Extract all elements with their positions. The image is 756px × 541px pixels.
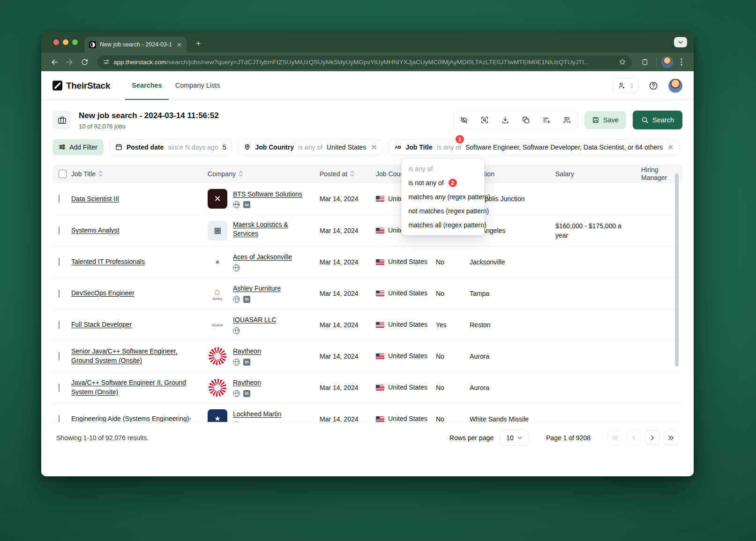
- company-link[interactable]: Lockheed Martin: [233, 410, 282, 418]
- remove-filter-icon[interactable]: [668, 144, 674, 150]
- linkedin-icon[interactable]: in: [243, 359, 250, 366]
- company-link[interactable]: Raytheon: [233, 379, 261, 386]
- back-icon[interactable]: [48, 55, 61, 68]
- user-avatar[interactable]: [668, 79, 682, 93]
- filter-value[interactable]: 5: [223, 143, 226, 151]
- sort-icon[interactable]: [350, 171, 354, 177]
- remove-filter-icon[interactable]: [371, 144, 377, 150]
- job-title-link[interactable]: Full Stack Developer: [71, 321, 132, 328]
- hide-columns-icon[interactable]: [454, 111, 474, 129]
- copy-icon[interactable]: [516, 111, 536, 129]
- download-icon[interactable]: [495, 111, 516, 129]
- previous-page-button[interactable]: [626, 430, 641, 445]
- next-page-button[interactable]: [645, 430, 660, 445]
- row-checkbox[interactable]: [59, 352, 60, 361]
- job-title-link[interactable]: Talented IT Professionals: [71, 258, 145, 265]
- workspace-selector[interactable]: [613, 78, 638, 93]
- column-header-company[interactable]: Company: [208, 170, 320, 178]
- globe-icon[interactable]: [233, 390, 240, 397]
- filter-operator[interactable]: since N days ago: [168, 143, 218, 151]
- rows-per-page-select[interactable]: 10: [499, 430, 529, 446]
- job-title-link[interactable]: Data Scientist III: [71, 195, 119, 203]
- filter-chip-job-country[interactable]: Job Country is any of United States: [238, 139, 383, 155]
- company-link[interactable]: Raytheon: [233, 347, 261, 355]
- filter-value[interactable]: Software Engineer, Software Developer, D…: [465, 143, 663, 151]
- help-button[interactable]: [649, 81, 658, 90]
- company-link[interactable]: Aces of Jacksonville: [233, 253, 292, 261]
- menu-item-matches-any[interactable]: matches any (regex pattern): [402, 190, 484, 204]
- job-title-link[interactable]: Java/C++ Software Engineer II, Ground Sy…: [71, 379, 186, 396]
- row-checkbox[interactable]: [59, 226, 60, 235]
- filter-value[interactable]: United States: [327, 143, 366, 151]
- menu-item-is-any-of[interactable]: is any of: [402, 162, 484, 176]
- scan-search-icon[interactable]: [474, 111, 495, 129]
- column-header-job-title[interactable]: Job Title: [71, 170, 208, 178]
- globe-icon[interactable]: [233, 296, 240, 303]
- browser-profile-avatar[interactable]: [661, 56, 673, 68]
- filter-operator[interactable]: is any of: [298, 143, 322, 151]
- select-all-checkbox[interactable]: [59, 170, 67, 178]
- new-tab-button[interactable]: +: [192, 38, 204, 50]
- company-link[interactable]: Ashley Furniture: [233, 285, 281, 292]
- job-title-link[interactable]: Senior Java/C++ Software Engineer, Groun…: [71, 347, 177, 364]
- bookmark-star-icon[interactable]: [619, 58, 626, 66]
- linkedin-icon[interactable]: in: [243, 390, 250, 397]
- tab-close-icon[interactable]: [175, 41, 183, 48]
- menu-item-matches-all[interactable]: matches all (regex pattern): [402, 218, 484, 232]
- job-title-link[interactable]: Engineering Aide (Systems Engineering)-: [71, 415, 191, 422]
- company-link[interactable]: Maersk Logistics & Services: [233, 221, 288, 238]
- search-button[interactable]: Search: [633, 111, 682, 129]
- filter-operator[interactable]: is any of: [437, 143, 461, 151]
- job-title-link[interactable]: DevSecOps Engineer: [71, 289, 135, 297]
- nav-item-searches[interactable]: Searches: [125, 71, 169, 100]
- menu-item-not-matches[interactable]: not matches (regex pattern): [402, 204, 484, 218]
- company-link[interactable]: BTS Software Solutions: [233, 190, 302, 198]
- site-settings-icon[interactable]: [103, 59, 110, 65]
- first-page-button[interactable]: [607, 430, 622, 445]
- filter-label: Job Title: [405, 143, 432, 151]
- nav-item-company-lists[interactable]: Company Lists: [169, 71, 227, 100]
- maximize-window-button[interactable]: [72, 39, 78, 45]
- linkedin-icon[interactable]: in: [243, 201, 250, 208]
- last-page-button[interactable]: [664, 430, 679, 445]
- linkedin-icon[interactable]: in: [243, 296, 250, 303]
- menu-item-is-not-any-of[interactable]: is not any of2: [402, 176, 484, 190]
- globe-icon[interactable]: [233, 359, 240, 366]
- globe-icon[interactable]: [233, 201, 240, 208]
- row-checkbox[interactable]: [59, 195, 60, 203]
- browser-menu-icon[interactable]: [675, 55, 688, 68]
- column-header-posted-at[interactable]: Posted at: [320, 170, 376, 178]
- company-link[interactable]: IQUASAR LLC: [233, 316, 277, 323]
- add-filter-button[interactable]: Add Filter: [52, 139, 104, 155]
- reload-icon[interactable]: [78, 55, 91, 68]
- job-title-link[interactable]: Systems Analyst: [71, 226, 120, 234]
- extension-icon[interactable]: [638, 55, 651, 68]
- theirstack-logo-icon: [52, 81, 62, 90]
- close-window-button[interactable]: [53, 39, 59, 45]
- job-country-cell: United States: [376, 414, 436, 422]
- globe-icon[interactable]: [233, 327, 240, 334]
- row-checkbox[interactable]: [59, 383, 60, 392]
- sort-icon[interactable]: [98, 171, 103, 177]
- posted-at-cell: Mar 14, 2024: [320, 414, 376, 422]
- row-checkbox[interactable]: [59, 321, 60, 329]
- forward-icon[interactable]: [63, 55, 76, 68]
- tab-search-button[interactable]: [674, 37, 687, 47]
- hiring-managers-icon[interactable]: [557, 111, 577, 129]
- globe-icon[interactable]: [233, 421, 240, 422]
- browser-tab[interactable]: New job search - 2024-03-14: [84, 37, 187, 53]
- column-header-salary[interactable]: Salary: [555, 170, 641, 178]
- row-checkbox[interactable]: [59, 289, 60, 298]
- brand-logo[interactable]: TheirStack: [52, 71, 110, 100]
- minimize-window-button[interactable]: [63, 39, 68, 45]
- filter-chip-job-title[interactable]: 1 AB Job Title is any of Software Engine…: [389, 139, 680, 155]
- table-scrollbar[interactable]: [675, 173, 679, 367]
- save-button[interactable]: Save: [584, 111, 626, 129]
- globe-icon[interactable]: [233, 264, 240, 271]
- row-checkbox[interactable]: [59, 415, 60, 422]
- filter-chip-posted-date[interactable]: Posted date since N days ago 5: [109, 139, 232, 155]
- send-to-list-icon[interactable]: [536, 111, 557, 129]
- sort-icon[interactable]: [239, 171, 243, 177]
- address-bar[interactable]: app.theirstack.com/search/jobs/new?query…: [97, 55, 632, 69]
- row-checkbox[interactable]: [59, 258, 60, 266]
